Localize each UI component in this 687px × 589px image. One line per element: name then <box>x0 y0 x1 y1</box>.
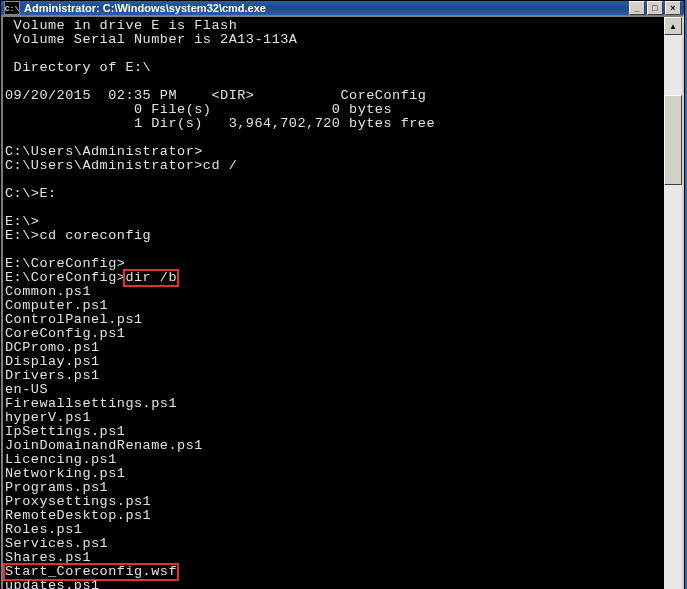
terminal-line: Roles.ps1 <box>5 523 664 537</box>
terminal-line: hyperV.ps1 <box>5 411 664 425</box>
terminal-line: ControlPanel.ps1 <box>5 313 664 327</box>
terminal-line <box>5 75 664 89</box>
scroll-track[interactable] <box>664 35 682 589</box>
terminal-line: Networking.ps1 <box>5 467 664 481</box>
scroll-up-button[interactable]: ▲ <box>664 17 682 35</box>
terminal-line: Firewallsettings.ps1 <box>5 397 664 411</box>
client-area: Volume in drive E is Flash Volume Serial… <box>1 15 684 589</box>
terminal-line: Drivers.ps1 <box>5 369 664 383</box>
terminal-line <box>5 201 664 215</box>
terminal-line: CoreConfig.ps1 <box>5 327 664 341</box>
scroll-thumb[interactable] <box>664 95 682 185</box>
highlight-command: dir /b <box>123 269 179 287</box>
terminal-line: Volume Serial Number is 2A13-113A <box>5 33 664 47</box>
terminal-line: Services.ps1 <box>5 537 664 551</box>
titlebar[interactable]: C:\ Administrator: C:\Windows\system32\c… <box>1 1 684 15</box>
terminal-line: E:\> <box>5 215 664 229</box>
terminal-line: Common.ps1 <box>5 285 664 299</box>
maximize-button[interactable]: □ <box>647 1 663 15</box>
terminal-line: Volume in drive E is Flash <box>5 19 664 33</box>
terminal-line: E:\CoreConfig>dir /b <box>5 271 664 285</box>
terminal-line: 0 File(s) 0 bytes <box>5 103 664 117</box>
terminal-line <box>5 173 664 187</box>
terminal-line: Proxysettings.ps1 <box>5 495 664 509</box>
terminal-line: IpSettings.ps1 <box>5 425 664 439</box>
terminal-line: Programs.ps1 <box>5 481 664 495</box>
terminal-line: Licencing.ps1 <box>5 453 664 467</box>
window-controls: _ □ × <box>629 1 681 15</box>
scrollbar[interactable]: ▲ ▼ <box>664 17 682 589</box>
terminal-line: C:\>E: <box>5 187 664 201</box>
terminal-line <box>5 243 664 257</box>
terminal-line: C:\Users\Administrator>cd / <box>5 159 664 173</box>
cmd-window: C:\ Administrator: C:\Windows\system32\c… <box>0 0 685 589</box>
terminal-line: updates.ps1 <box>5 579 664 589</box>
terminal-line: DCPromo.ps1 <box>5 341 664 355</box>
close-button[interactable]: × <box>665 1 681 15</box>
terminal-line: E:\CoreConfig> <box>5 257 664 271</box>
cmd-icon: C:\ <box>4 1 20 15</box>
terminal-output[interactable]: Volume in drive E is Flash Volume Serial… <box>3 17 664 589</box>
terminal-line <box>5 47 664 61</box>
minimize-button[interactable]: _ <box>629 1 645 15</box>
terminal-line: Directory of E:\ <box>5 61 664 75</box>
terminal-line: Start_Coreconfig.wsf <box>5 565 664 579</box>
terminal-line: RemoteDesktop.ps1 <box>5 509 664 523</box>
terminal-line: en-US <box>5 383 664 397</box>
terminal-line: Computer.ps1 <box>5 299 664 313</box>
terminal-line: 09/20/2015 02:35 PM <DIR> CoreConfig <box>5 89 664 103</box>
terminal-line: E:\>cd coreconfig <box>5 229 664 243</box>
window-title: Administrator: C:\Windows\system32\cmd.e… <box>24 2 629 14</box>
terminal-line: Display.ps1 <box>5 355 664 369</box>
terminal-line: 1 Dir(s) 3,964,702,720 bytes free <box>5 117 664 131</box>
terminal-line <box>5 131 664 145</box>
terminal-line: C:\Users\Administrator> <box>5 145 664 159</box>
terminal-line: JoinDomainandRename.ps1 <box>5 439 664 453</box>
